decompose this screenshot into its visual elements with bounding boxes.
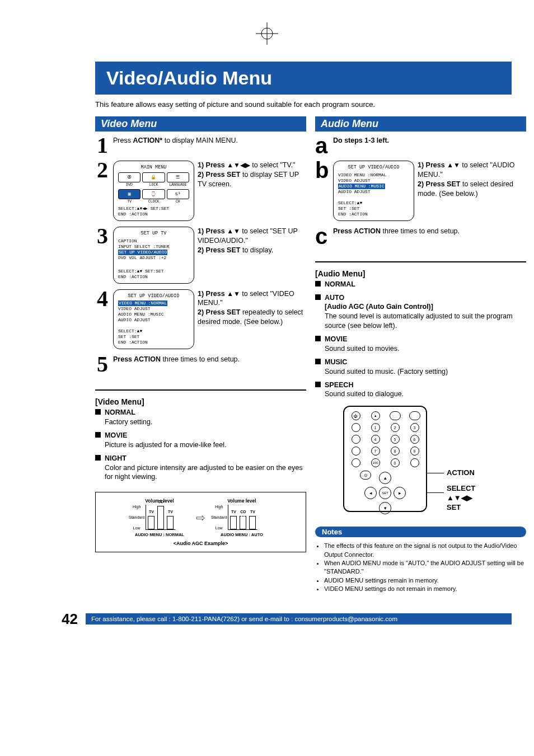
right-button: ▸ bbox=[394, 487, 406, 499]
lock-icon: 🔒 bbox=[142, 172, 165, 182]
video-column: Video Menu 1 Press ACTION* to display MA… bbox=[95, 116, 306, 594]
remote-key-6: 6 bbox=[410, 435, 419, 444]
remote-button bbox=[409, 411, 420, 420]
divider bbox=[315, 261, 526, 262]
step-letter: a bbox=[315, 136, 330, 155]
square-bullet-icon bbox=[315, 294, 321, 300]
video-step-2: 2 MAIN MENU ⦿DVD 🔒LOCK ☰LANGUAGE ▣TV ⌚CL… bbox=[95, 161, 306, 221]
square-bullet-icon bbox=[315, 382, 321, 387]
video-heading: Video Menu bbox=[95, 116, 306, 132]
audio-menu-subhead: [Audio Menu] bbox=[315, 269, 526, 278]
down-button: ▾ bbox=[379, 502, 391, 514]
remote-key-1: 1 bbox=[371, 423, 380, 432]
left-button: ◂ bbox=[364, 487, 377, 499]
clock-icon: ⌚ bbox=[142, 189, 165, 199]
video-step-5: 5 Press ACTION three times to end setup. bbox=[95, 355, 306, 374]
remote-button bbox=[410, 458, 419, 467]
video-step-3: 3 SET UP TV CAPTION INPUT SELECT :TUNER … bbox=[95, 227, 306, 284]
ch-icon: 5³ bbox=[167, 189, 189, 199]
osd-setup-va: SET UP VIDEO/AUDIO VIDEO MENU :NORMAL VI… bbox=[113, 289, 194, 350]
step-number: 5 bbox=[95, 355, 110, 374]
square-bullet-icon bbox=[95, 455, 101, 461]
remote-button bbox=[352, 458, 360, 467]
square-bullet-icon bbox=[315, 281, 321, 287]
arrows-icon: ▲▼◀▶ bbox=[227, 161, 250, 169]
arrows-icon: ▲▼ bbox=[227, 227, 240, 235]
remote-button bbox=[352, 447, 360, 456]
square-bullet-icon bbox=[95, 432, 101, 438]
osd-main-menu: MAIN MENU ⦿DVD 🔒LOCK ☰LANGUAGE ▣TV ⌚CLOC… bbox=[113, 161, 194, 221]
osd-setup-tv: SET UP TV CAPTION INPUT SELECT :TUNER SE… bbox=[113, 227, 194, 284]
remote-button bbox=[352, 435, 360, 444]
remote-diagram: ⏻▴ 123 456 789 1000 ⊙ ▴ ◂ SET ▸ ▾ bbox=[315, 406, 526, 518]
notes-list: The effects of this feature on the signa… bbox=[315, 542, 526, 593]
registration-mark-icon bbox=[256, 22, 278, 45]
step-number: 2 bbox=[95, 161, 110, 180]
up-button: ▴ bbox=[379, 472, 391, 484]
remote-key-2: 2 bbox=[391, 423, 400, 432]
dvd-icon: ⦿ bbox=[118, 172, 140, 182]
divider bbox=[95, 389, 306, 391]
remote-button: ▴ bbox=[371, 411, 380, 420]
arrow-right-icon: ⇨ bbox=[196, 511, 205, 524]
note-item: AUDIO MENU settings remain in memory. bbox=[324, 576, 526, 585]
audio-step-c: c Press ACTION three times to end setup. bbox=[315, 227, 526, 246]
square-bullet-icon bbox=[95, 409, 101, 415]
language-icon: ☰ bbox=[167, 172, 189, 182]
audio-bullet-auto: AUTO[Audio AGC (Auto Gain Control)]The s… bbox=[315, 293, 526, 331]
remote-button: ⏻ bbox=[352, 411, 360, 420]
square-bullet-icon bbox=[315, 336, 321, 341]
note-item: The effects of this feature on the signa… bbox=[324, 542, 526, 559]
remote-key-5: 5 bbox=[391, 435, 400, 444]
step-letter: c bbox=[315, 227, 330, 246]
remote-button bbox=[352, 423, 360, 432]
audio-bullet-normal: NORMAL bbox=[315, 279, 526, 289]
notes-heading: Notes bbox=[315, 527, 526, 537]
page-number: 42 bbox=[62, 611, 78, 628]
note-item: VIDEO MENU settings do not remain in mem… bbox=[324, 585, 526, 593]
remote-key-8: 8 bbox=[391, 447, 400, 456]
action-button: ⊙ bbox=[360, 471, 371, 480]
callout-action: ACTION bbox=[447, 468, 475, 478]
remote-key-3: 3 bbox=[410, 423, 419, 432]
remote-key-100: 100 bbox=[371, 458, 380, 467]
remote-key-4: 4 bbox=[371, 435, 380, 444]
arrows-icon: ▲▼ bbox=[447, 161, 460, 169]
osd-setup-va-b: SET UP VIDEO/AUDIO VIDEO MENU :NORMAL VI… bbox=[333, 161, 414, 221]
remote-key-9: 9 bbox=[410, 447, 419, 456]
step-number: 4 bbox=[95, 289, 110, 308]
video-bullet-night: NIGHTColor and picture intensity are adj… bbox=[95, 453, 306, 482]
footer: 42 For assistance, please call : 1-800-2… bbox=[62, 611, 512, 628]
video-menu-subhead: [Video Menu] bbox=[95, 397, 306, 406]
remote-button bbox=[390, 411, 401, 420]
page-title: Video/Audio Menu bbox=[95, 62, 512, 95]
agc-diagram: Volume level High Standard Low TV CD TV bbox=[95, 492, 306, 552]
step-number: 1 bbox=[95, 136, 110, 155]
audio-bullet-speech: SPEECHSound suited to dialogue. bbox=[315, 380, 526, 400]
step-number: 3 bbox=[95, 227, 110, 246]
video-bullet-normal: NORMALFactory setting. bbox=[95, 407, 306, 427]
audio-step-a: a Do steps 1-3 left. bbox=[315, 136, 526, 155]
remote-key-0: 0 bbox=[391, 458, 400, 467]
video-bullet-movie: MOVIEPicture is adjusted for a movie-lik… bbox=[95, 430, 306, 450]
note-item: When AUDIO MENU mode is "AUTO," the AUDI… bbox=[324, 559, 526, 576]
intro-text: This feature allows easy setting of pict… bbox=[95, 100, 512, 109]
callout-select: SELECT ▲▼◀▶ SET bbox=[447, 484, 475, 513]
set-button: SET bbox=[379, 487, 391, 499]
tv-icon: ▣ bbox=[118, 189, 140, 199]
footer-bar: For assistance, please call : 1-800-211-… bbox=[86, 613, 512, 624]
audio-heading: Audio Menu bbox=[315, 116, 526, 132]
audio-column: Audio Menu a Do steps 1-3 left. b SET UP… bbox=[315, 116, 526, 594]
video-step-1: 1 Press ACTION* to display MAIN MENU. bbox=[95, 136, 306, 155]
square-bullet-icon bbox=[315, 359, 321, 364]
audio-bullet-music: MUSICSound suited to music. (Factory set… bbox=[315, 357, 526, 377]
remote-key-7: 7 bbox=[371, 447, 380, 456]
arrows-icon: ▲▼ bbox=[227, 290, 240, 298]
video-step-4: 4 SET UP VIDEO/AUDIO VIDEO MENU :NORMAL … bbox=[95, 289, 306, 350]
audio-step-b: b SET UP VIDEO/AUDIO VIDEO MENU :NORMAL … bbox=[315, 161, 526, 221]
audio-bullet-movie: MOVIESound suited to movies. bbox=[315, 334, 526, 354]
step-letter: b bbox=[315, 161, 330, 180]
